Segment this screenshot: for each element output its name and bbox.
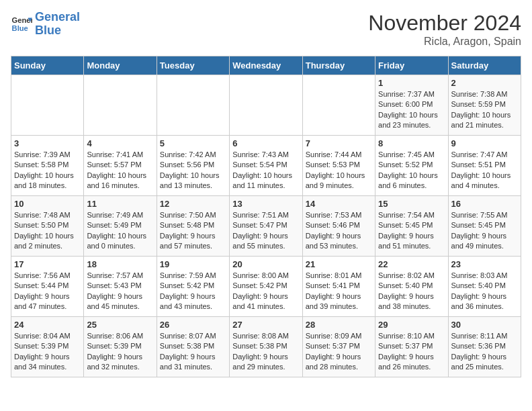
day-number: 4 xyxy=(87,138,153,148)
day-number: 16 xyxy=(451,199,518,209)
calendar-cell: 30Sunrise: 8:11 AM Sunset: 5:36 PM Dayli… xyxy=(448,317,521,377)
day-number: 13 xyxy=(232,199,299,209)
calendar-cell: 24Sunrise: 8:04 AM Sunset: 5:39 PM Dayli… xyxy=(11,317,84,377)
day-info: Sunrise: 7:43 AM Sunset: 5:54 PM Dayligh… xyxy=(232,150,299,191)
day-info: Sunrise: 8:08 AM Sunset: 5:38 PM Dayligh… xyxy=(232,331,299,373)
day-number: 2 xyxy=(451,78,518,88)
logo-text: GeneralBlue xyxy=(35,11,80,38)
calendar-cell: 19Sunrise: 7:59 AM Sunset: 5:42 PM Dayli… xyxy=(157,257,229,317)
day-number: 19 xyxy=(160,259,226,269)
day-info: Sunrise: 7:48 AM Sunset: 5:50 PM Dayligh… xyxy=(14,210,81,252)
day-number: 20 xyxy=(232,259,299,269)
day-info: Sunrise: 7:44 AM Sunset: 5:53 PM Dayligh… xyxy=(306,150,372,191)
calendar-cell: 6Sunrise: 7:43 AM Sunset: 5:54 PM Daylig… xyxy=(230,136,302,196)
day-number: 18 xyxy=(87,259,153,269)
day-info: Sunrise: 8:06 AM Sunset: 5:39 PM Dayligh… xyxy=(87,331,153,373)
day-info: Sunrise: 7:53 AM Sunset: 5:46 PM Dayligh… xyxy=(306,210,372,252)
day-info: Sunrise: 7:57 AM Sunset: 5:43 PM Dayligh… xyxy=(87,271,153,312)
day-number: 23 xyxy=(451,259,518,269)
day-number: 10 xyxy=(14,199,81,209)
day-info: Sunrise: 7:56 AM Sunset: 5:44 PM Dayligh… xyxy=(14,271,81,312)
calendar-week-row: 24Sunrise: 8:04 AM Sunset: 5:39 PM Dayli… xyxy=(11,317,521,377)
location: Ricla, Aragon, Spain xyxy=(368,36,521,48)
calendar-cell: 11Sunrise: 7:49 AM Sunset: 5:49 PM Dayli… xyxy=(84,196,157,257)
calendar-cell: 13Sunrise: 7:51 AM Sunset: 5:47 PM Dayli… xyxy=(230,196,302,257)
day-info: Sunrise: 7:42 AM Sunset: 5:56 PM Dayligh… xyxy=(160,150,226,191)
day-number: 3 xyxy=(14,138,81,148)
calendar-cell: 26Sunrise: 8:07 AM Sunset: 5:38 PM Dayli… xyxy=(157,317,229,377)
calendar-cell: 21Sunrise: 8:01 AM Sunset: 5:41 PM Dayli… xyxy=(302,257,375,317)
calendar-week-row: 17Sunrise: 7:56 AM Sunset: 5:44 PM Dayli… xyxy=(11,257,521,317)
day-info: Sunrise: 8:07 AM Sunset: 5:38 PM Dayligh… xyxy=(160,331,226,373)
calendar-header-row: SundayMondayTuesdayWednesdayThursdayFrid… xyxy=(11,56,521,75)
calendar-cell xyxy=(157,75,229,136)
day-number: 15 xyxy=(378,199,445,209)
calendar-cell: 20Sunrise: 8:00 AM Sunset: 5:42 PM Dayli… xyxy=(230,257,302,317)
calendar-week-row: 3Sunrise: 7:39 AM Sunset: 5:58 PM Daylig… xyxy=(11,136,521,196)
day-number: 28 xyxy=(306,320,372,330)
day-header-saturday: Saturday xyxy=(448,56,521,75)
svg-text:General: General xyxy=(12,16,32,24)
calendar-week-row: 10Sunrise: 7:48 AM Sunset: 5:50 PM Dayli… xyxy=(11,196,521,257)
day-number: 17 xyxy=(14,259,81,269)
svg-text:Blue: Blue xyxy=(12,24,28,32)
calendar-cell: 23Sunrise: 8:03 AM Sunset: 5:40 PM Dayli… xyxy=(448,257,521,317)
logo-icon: General Blue xyxy=(11,13,32,35)
day-info: Sunrise: 8:04 AM Sunset: 5:39 PM Dayligh… xyxy=(14,331,81,373)
day-number: 24 xyxy=(14,320,81,330)
calendar-cell: 16Sunrise: 7:55 AM Sunset: 5:45 PM Dayli… xyxy=(448,196,521,257)
day-header-monday: Monday xyxy=(84,56,157,75)
calendar-cell: 17Sunrise: 7:56 AM Sunset: 5:44 PM Dayli… xyxy=(11,257,84,317)
calendar-cell: 5Sunrise: 7:42 AM Sunset: 5:56 PM Daylig… xyxy=(157,136,229,196)
day-info: Sunrise: 8:10 AM Sunset: 5:37 PM Dayligh… xyxy=(378,331,445,373)
day-info: Sunrise: 7:54 AM Sunset: 5:45 PM Dayligh… xyxy=(378,210,445,252)
day-number: 22 xyxy=(378,259,445,269)
day-number: 6 xyxy=(232,138,299,148)
day-number: 1 xyxy=(378,78,445,88)
day-number: 11 xyxy=(87,199,153,209)
calendar-cell: 9Sunrise: 7:47 AM Sunset: 5:51 PM Daylig… xyxy=(448,136,521,196)
day-info: Sunrise: 7:45 AM Sunset: 5:52 PM Dayligh… xyxy=(378,150,445,191)
day-info: Sunrise: 7:37 AM Sunset: 6:00 PM Dayligh… xyxy=(378,89,445,131)
day-info: Sunrise: 7:51 AM Sunset: 5:47 PM Dayligh… xyxy=(232,210,299,252)
day-info: Sunrise: 7:55 AM Sunset: 5:45 PM Dayligh… xyxy=(451,210,518,252)
day-number: 29 xyxy=(378,320,445,330)
day-number: 27 xyxy=(232,320,299,330)
calendar-cell xyxy=(302,75,375,136)
calendar-cell: 22Sunrise: 8:02 AM Sunset: 5:40 PM Dayli… xyxy=(375,257,448,317)
calendar-cell: 12Sunrise: 7:50 AM Sunset: 5:48 PM Dayli… xyxy=(157,196,229,257)
title-block: November 2024 Ricla, Aragon, Spain xyxy=(368,11,521,48)
day-number: 9 xyxy=(451,138,518,148)
day-number: 14 xyxy=(306,199,372,209)
day-header-tuesday: Tuesday xyxy=(157,56,229,75)
calendar-week-row: 1Sunrise: 7:37 AM Sunset: 6:00 PM Daylig… xyxy=(11,75,521,136)
day-info: Sunrise: 7:47 AM Sunset: 5:51 PM Dayligh… xyxy=(451,150,518,191)
day-number: 12 xyxy=(160,199,226,209)
calendar-cell: 27Sunrise: 8:08 AM Sunset: 5:38 PM Dayli… xyxy=(230,317,302,377)
day-info: Sunrise: 8:01 AM Sunset: 5:41 PM Dayligh… xyxy=(306,271,372,312)
calendar-cell: 28Sunrise: 8:09 AM Sunset: 5:37 PM Dayli… xyxy=(302,317,375,377)
calendar-cell: 14Sunrise: 7:53 AM Sunset: 5:46 PM Dayli… xyxy=(302,196,375,257)
day-number: 7 xyxy=(306,138,372,148)
calendar-cell: 10Sunrise: 7:48 AM Sunset: 5:50 PM Dayli… xyxy=(11,196,84,257)
calendar-cell: 25Sunrise: 8:06 AM Sunset: 5:39 PM Dayli… xyxy=(84,317,157,377)
day-header-sunday: Sunday xyxy=(11,56,84,75)
day-info: Sunrise: 8:09 AM Sunset: 5:37 PM Dayligh… xyxy=(306,331,372,373)
calendar-cell: 3Sunrise: 7:39 AM Sunset: 5:58 PM Daylig… xyxy=(11,136,84,196)
day-info: Sunrise: 7:41 AM Sunset: 5:57 PM Dayligh… xyxy=(87,150,153,191)
day-number: 21 xyxy=(306,259,372,269)
day-info: Sunrise: 7:49 AM Sunset: 5:49 PM Dayligh… xyxy=(87,210,153,252)
day-info: Sunrise: 7:59 AM Sunset: 5:42 PM Dayligh… xyxy=(160,271,226,312)
day-info: Sunrise: 8:11 AM Sunset: 5:36 PM Dayligh… xyxy=(451,331,518,373)
calendar-cell: 15Sunrise: 7:54 AM Sunset: 5:45 PM Dayli… xyxy=(375,196,448,257)
page-header: General Blue GeneralBlue November 2024 R… xyxy=(11,11,521,48)
day-header-wednesday: Wednesday xyxy=(230,56,302,75)
day-info: Sunrise: 8:02 AM Sunset: 5:40 PM Dayligh… xyxy=(378,271,445,312)
day-number: 25 xyxy=(87,320,153,330)
day-info: Sunrise: 8:00 AM Sunset: 5:42 PM Dayligh… xyxy=(232,271,299,312)
day-number: 30 xyxy=(451,320,518,330)
calendar-cell xyxy=(11,75,84,136)
calendar-cell: 7Sunrise: 7:44 AM Sunset: 5:53 PM Daylig… xyxy=(302,136,375,196)
calendar-cell: 1Sunrise: 7:37 AM Sunset: 6:00 PM Daylig… xyxy=(375,75,448,136)
calendar-cell: 4Sunrise: 7:41 AM Sunset: 5:57 PM Daylig… xyxy=(84,136,157,196)
